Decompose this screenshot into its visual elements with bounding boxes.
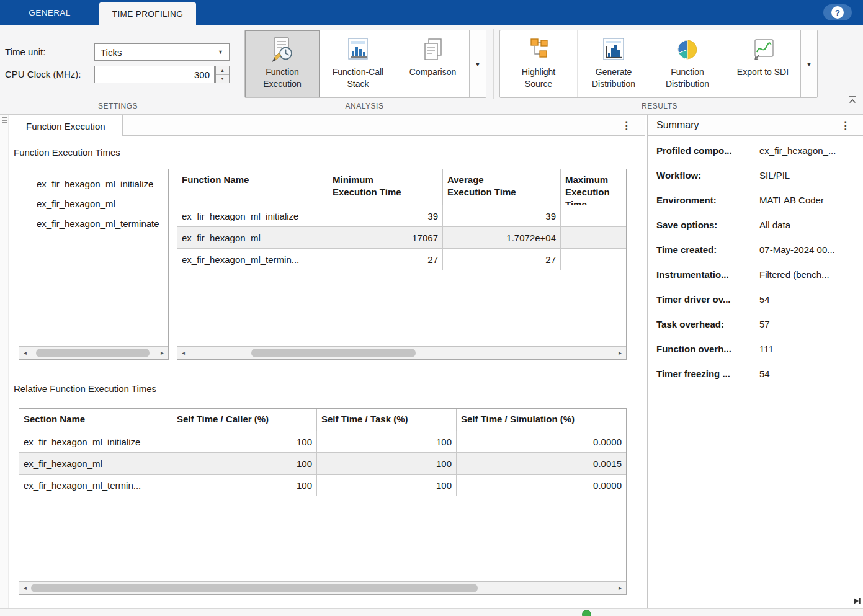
summary-value: MATLAB Coder bbox=[759, 195, 863, 205]
exec-table-header-row: Function Name Minimum Execution Time Ave… bbox=[177, 169, 626, 205]
table-row[interactable]: ex_fir_hexagon_ml_termin... 27 27 bbox=[177, 249, 626, 270]
scroll-left-button[interactable]: ◄ bbox=[177, 347, 189, 359]
tab-general[interactable]: GENERAL bbox=[0, 0, 99, 25]
table-cell: 39 bbox=[443, 205, 561, 226]
table-empty-area bbox=[19, 496, 626, 581]
summary-value: 54 bbox=[759, 294, 863, 305]
export-to-sdi-label: Export to SDI bbox=[737, 66, 789, 78]
column-header[interactable]: Self Time / Caller (%) bbox=[172, 409, 317, 431]
column-header[interactable]: Function Name bbox=[177, 169, 328, 205]
function-list-item[interactable]: ex_fir_hexagon_ml_terminate bbox=[19, 214, 168, 234]
scrollbar-track[interactable] bbox=[189, 347, 614, 359]
doc-tab-function-execution[interactable]: Function Execution bbox=[9, 115, 123, 136]
highlight-source-label: Highlight Source bbox=[522, 66, 555, 90]
column-header[interactable]: Section Name bbox=[19, 409, 172, 431]
cpu-clock-input[interactable]: 300 bbox=[94, 66, 215, 83]
summary-value: 54 bbox=[759, 368, 863, 379]
summary-panel: Summary ⋮ Profiled compo... ex_fir_hexag… bbox=[647, 115, 863, 608]
table-cell: ex_fir_hexagon_ml bbox=[19, 453, 172, 474]
summary-menu-button[interactable]: ⋮ bbox=[840, 120, 851, 130]
function-list-item[interactable]: ex_fir_hexagon_ml_initialize bbox=[19, 174, 168, 194]
scroll-right-button[interactable]: ► bbox=[156, 347, 168, 359]
summary-title: Summary bbox=[656, 120, 699, 131]
toolstrip-tabbar: GENERAL TIME PROFILING ? bbox=[0, 0, 863, 25]
tab-time-profiling[interactable]: TIME PROFILING bbox=[99, 2, 196, 25]
spin-up-button[interactable]: ▲ bbox=[216, 66, 229, 74]
column-header[interactable]: Average Execution Time bbox=[443, 169, 561, 205]
help-button[interactable]: ? bbox=[823, 4, 852, 20]
function-execution-button[interactable]: Function Execution bbox=[245, 30, 320, 97]
function-distribution-label: Function Distribution bbox=[666, 66, 709, 90]
summary-row: Function overh... 111 bbox=[656, 344, 863, 368]
table-row[interactable]: ex_fir_hexagon_ml 100 100 0.0015 bbox=[19, 453, 626, 475]
scroll-right-icon: ► bbox=[618, 350, 623, 356]
table-row[interactable]: ex_fir_hexagon_ml_initialize 39 39 bbox=[177, 205, 626, 227]
function-call-stack-label: Function-Call Stack bbox=[333, 66, 383, 90]
table-cell: 39 bbox=[328, 205, 443, 226]
ribbon: Time unit: Ticks ▼ CPU Clock (MHz): 300 … bbox=[0, 25, 863, 115]
function-list: ex_fir_hexagon_ml_initialize ex_fir_hexa… bbox=[19, 169, 168, 346]
table-row[interactable]: ex_fir_hexagon_ml_termin... 100 100 0.00… bbox=[19, 475, 626, 496]
comparison-button[interactable]: Comparison bbox=[396, 30, 469, 97]
summary-label: Timer freezing ... bbox=[656, 368, 759, 379]
scroll-left-button[interactable]: ◄ bbox=[19, 347, 31, 359]
scroll-left-button[interactable]: ◄ bbox=[19, 582, 31, 594]
rel-table-hscrollbar: ◄ ► bbox=[19, 581, 626, 594]
doc-panel-menu-button[interactable]: ⋮ bbox=[621, 120, 632, 130]
table-cell: ex_fir_hexagon_ml_initialize bbox=[19, 431, 172, 452]
summary-label: Timer driver ov... bbox=[656, 294, 759, 305]
scrollbar-track[interactable] bbox=[31, 347, 156, 359]
summary-value: 07-May-2024 00... bbox=[759, 244, 863, 255]
analysis-gallery-expand-button[interactable]: ▼ bbox=[469, 30, 486, 97]
ribbon-separator bbox=[236, 29, 236, 99]
summary-label: Time created: bbox=[656, 244, 759, 255]
scrollbar-thumb[interactable] bbox=[36, 349, 150, 357]
column-header[interactable]: Self Time / Task (%) bbox=[317, 409, 457, 431]
summary-row: Timer freezing ... 54 bbox=[656, 368, 863, 393]
analysis-group-caption: ANALYSIS bbox=[236, 102, 493, 110]
spin-down-button[interactable]: ▼ bbox=[216, 74, 229, 83]
table-row[interactable]: ex_fir_hexagon_ml 17067 1.7072e+04 bbox=[177, 227, 626, 249]
app-window: GENERAL TIME PROFILING ? Time unit: Tick… bbox=[0, 0, 863, 616]
chevron-down-icon: ▼ bbox=[475, 61, 481, 68]
scroll-right-icon: ► bbox=[618, 586, 623, 591]
summary-row: Instrumentatio... Filtered (bench... bbox=[656, 269, 863, 294]
scrollbar-thumb[interactable] bbox=[251, 349, 416, 357]
panel-splitter-gutter[interactable] bbox=[0, 115, 9, 608]
scroll-right-button[interactable]: ► bbox=[614, 582, 626, 594]
table-row[interactable]: ex_fir_hexagon_ml_initialize 100 100 0.0… bbox=[19, 431, 626, 453]
function-distribution-button[interactable]: Function Distribution bbox=[650, 30, 725, 97]
settings-group-caption: SETTINGS bbox=[0, 102, 236, 110]
column-header[interactable]: Maximum Execution Time bbox=[561, 169, 626, 205]
highlight-source-button[interactable]: Highlight Source bbox=[500, 30, 577, 97]
table-cell: ex_fir_hexagon_ml_termin... bbox=[177, 249, 328, 270]
column-header[interactable]: Self Time / Simulation (%) bbox=[457, 409, 626, 431]
function-call-stack-button[interactable]: Function-Call Stack bbox=[320, 30, 396, 97]
comparison-icon bbox=[421, 37, 445, 64]
summary-value: SIL/PIL bbox=[759, 170, 863, 181]
results-gallery-expand-button[interactable]: ▼ bbox=[800, 30, 817, 97]
ribbon-separator bbox=[493, 29, 494, 99]
chevron-down-icon: ▼ bbox=[218, 49, 223, 55]
listbox-hscrollbar: ◄ ► bbox=[19, 346, 168, 359]
results-group-caption: RESULTS bbox=[493, 102, 826, 110]
table-cell: 100 bbox=[172, 431, 317, 452]
scrollbar-track[interactable] bbox=[31, 582, 614, 594]
scrollbar-thumb[interactable] bbox=[31, 584, 478, 592]
table-cell: 100 bbox=[317, 453, 457, 474]
column-header[interactable]: Minimum Execution Time bbox=[328, 169, 443, 205]
summary-value: Filtered (bench... bbox=[759, 269, 863, 280]
skip-to-end-button[interactable] bbox=[851, 596, 862, 607]
table-cell: 100 bbox=[317, 431, 457, 452]
collapse-ribbon-button[interactable] bbox=[845, 93, 860, 107]
function-list-item[interactable]: ex_fir_hexagon_ml bbox=[19, 194, 168, 214]
generate-distribution-button[interactable]: Generate Distribution bbox=[577, 30, 650, 97]
scroll-left-icon: ◄ bbox=[181, 350, 186, 356]
grip-icon bbox=[1, 117, 7, 125]
relative-times-table: Section Name Self Time / Caller (%) Self… bbox=[19, 408, 627, 595]
scroll-right-button[interactable]: ► bbox=[614, 347, 626, 359]
cpu-clock-label: CPU Clock (MHz): bbox=[5, 68, 81, 81]
table-cell: 0.0015 bbox=[457, 453, 626, 474]
time-unit-dropdown[interactable]: Ticks ▼ bbox=[94, 43, 230, 61]
export-to-sdi-button[interactable]: Export to SDI bbox=[725, 30, 800, 97]
